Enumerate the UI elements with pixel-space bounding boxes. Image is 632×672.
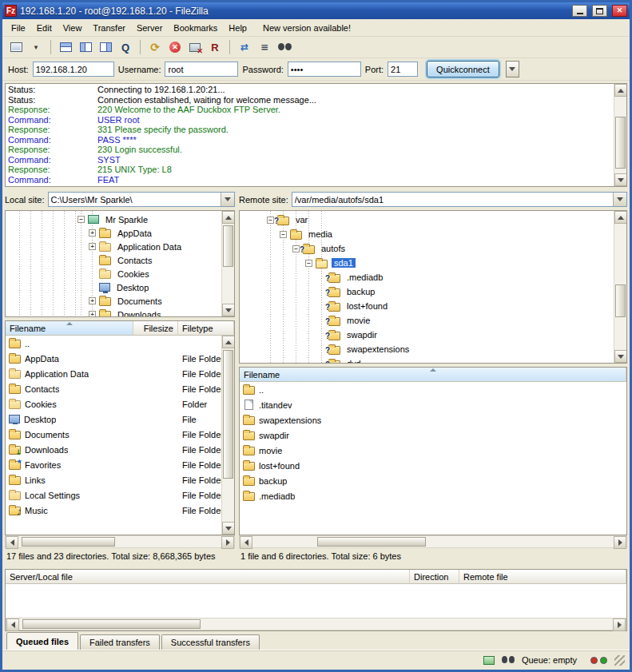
expand-icon[interactable]: + [89, 297, 96, 304]
file-row-local-settings[interactable]: Local SettingsFile Folder [6, 487, 221, 503]
file-row-favorites[interactable]: FavoritesFile Folder [6, 457, 221, 472]
scrollbar-thumb[interactable] [22, 537, 115, 547]
host-input[interactable] [33, 62, 114, 77]
tree-item-sda1[interactable]: −sda1 [240, 256, 614, 270]
scrollbar-track[interactable] [222, 348, 234, 522]
tree-item-mediadb[interactable]: ?.mediadb [240, 270, 614, 284]
message-log[interactable]: Status:Connecting to 192.168.1.20:21...S… [5, 83, 627, 187]
toggle-remote-tree-button[interactable] [96, 38, 115, 56]
queue-column-remote-file[interactable]: Remote file [459, 570, 626, 584]
scrollbar-track[interactable] [614, 224, 626, 350]
scroll-left-button[interactable] [6, 536, 18, 549]
tree-item-swapdir[interactable]: ?swapdir [240, 328, 614, 342]
scroll-down-button[interactable] [222, 522, 234, 535]
tree-item-downloads[interactable]: +Downloads [6, 308, 221, 317]
site-manager-dropdown-button[interactable]: ▾ [26, 38, 46, 56]
synchronized-browsing-button[interactable]: ≡ [255, 38, 274, 56]
tab-queued-files[interactable]: Queued files [6, 632, 78, 650]
close-button[interactable]: ✕ [612, 5, 627, 17]
file-row-swapextensions[interactable]: swapextensions [240, 412, 626, 427]
file-row-links[interactable]: LinksFile Folder [6, 472, 221, 487]
refresh-button[interactable]: ⟳ [145, 38, 165, 56]
remote-list-rows[interactable]: ...titandevswapextensionsswapdirmovielos… [240, 382, 626, 535]
quickconnect-button[interactable]: Quickconnect [427, 61, 499, 78]
local-list-scrollbar[interactable] [221, 336, 234, 535]
local-list-rows[interactable]: ..AppDataFile FolderApplication DataFile… [6, 336, 234, 535]
scroll-down-button[interactable] [222, 304, 235, 316]
tab-successful-transfers[interactable]: Successful transfers [161, 634, 260, 650]
local-tree[interactable]: −Mr Sparkle+AppData+Application DataCont… [5, 210, 235, 317]
tree-item-cookies[interactable]: Cookies [6, 267, 221, 280]
local-site-input[interactable] [49, 193, 221, 206]
scroll-right-button[interactable] [221, 536, 234, 549]
menu-view[interactable]: View [58, 21, 88, 35]
toggle-filters-button[interactable]: Q [116, 38, 135, 56]
remote-tree[interactable]: −?var−media−?autofs−sda1?.mediadb?backup… [239, 210, 627, 364]
menu-transfer[interactable]: Transfer [87, 21, 131, 35]
file-row-documents[interactable]: DocumentsFile Folder [6, 427, 221, 442]
collapse-icon[interactable]: − [280, 231, 287, 238]
scrollbar-thumb[interactable] [615, 284, 626, 317]
find-files-button[interactable] [275, 38, 294, 56]
file-row-backup[interactable]: backup [240, 473, 626, 488]
file-row-downloads[interactable]: DownloadsFile Folder [6, 442, 221, 457]
menu-help[interactable]: Help [223, 21, 252, 35]
title-bar[interactable]: Fz 192.168.1.20 - root@192.168.1.20 - Fi… [2, 2, 630, 19]
local-site-dropdown-button[interactable] [221, 193, 234, 206]
resize-grip[interactable] [614, 655, 625, 666]
file-row-appdata[interactable]: AppDataFile Folder [6, 351, 221, 366]
queue-column-direction[interactable]: Direction [410, 570, 459, 584]
file-row-lost-found[interactable]: lost+found [240, 458, 626, 473]
file-row-swapdir[interactable]: swapdir [240, 427, 626, 443]
scroll-right-button[interactable] [613, 618, 626, 631]
scroll-up-button[interactable] [614, 211, 627, 224]
column-header-filename[interactable]: Filename [240, 368, 626, 382]
maximize-button[interactable] [592, 5, 607, 17]
tree-item-var[interactable]: −?var [240, 213, 614, 227]
toggle-local-tree-button[interactable] [76, 38, 95, 56]
expand-icon[interactable]: + [89, 311, 96, 317]
minimize-button[interactable] [572, 5, 587, 17]
tree-item-dvd[interactable]: ?dvd [240, 356, 614, 364]
file-row-desktop[interactable]: DesktopFile [6, 412, 221, 427]
scroll-down-button[interactable] [614, 350, 627, 363]
tree-item-documents[interactable]: +Documents [6, 294, 221, 308]
cancel-button[interactable]: ✕ [165, 38, 185, 56]
password-input[interactable] [288, 62, 361, 77]
file-row-application-data[interactable]: Application DataFile Folder [6, 366, 221, 381]
scrollbar-track[interactable] [18, 536, 221, 547]
collapse-icon[interactable]: − [292, 245, 300, 252]
menu-bookmarks[interactable]: Bookmarks [168, 21, 223, 35]
file-row-item[interactable]: .. [240, 382, 626, 397]
scroll-left-button[interactable] [240, 536, 252, 549]
collapse-icon[interactable]: − [78, 216, 85, 223]
local-site-combobox[interactable] [48, 192, 235, 207]
remote-site-input[interactable] [292, 193, 613, 206]
tab-failed-transfers[interactable]: Failed transfers [80, 634, 160, 650]
tree-item-application-data[interactable]: +Application Data [6, 240, 221, 253]
collapse-icon[interactable]: − [267, 217, 274, 224]
tree-item-mr-sparkle[interactable]: −Mr Sparkle [6, 213, 221, 226]
remote-tree-scrollbar[interactable] [614, 211, 626, 363]
collapse-icon[interactable]: − [305, 260, 312, 267]
local-tree-scrollbar[interactable] [221, 211, 234, 316]
log-scrollbar[interactable] [614, 84, 626, 186]
scrollbar-track[interactable] [19, 618, 613, 630]
queue-body[interactable] [6, 584, 626, 618]
file-row-titandev[interactable]: .titandev [240, 397, 626, 412]
tree-item-movie[interactable]: ?movie [240, 313, 614, 328]
file-row-cookies[interactable]: CookiesFolder [6, 396, 221, 412]
directory-comparison-button[interactable]: ⇄ [235, 38, 254, 56]
site-manager-button[interactable] [6, 38, 26, 56]
queue-horizontal-scrollbar[interactable] [6, 618, 626, 630]
toggle-message-log-button[interactable] [56, 38, 75, 56]
file-row-mediadb[interactable]: .mediadb [240, 488, 626, 503]
scroll-down-button[interactable] [614, 173, 627, 186]
file-row-music[interactable]: MusicFile Folder [6, 503, 221, 518]
tree-item-appdata[interactable]: +AppData [6, 226, 221, 240]
file-row-movie[interactable]: movie [240, 443, 626, 458]
scrollbar-thumb[interactable] [223, 225, 233, 267]
menu-file[interactable]: File [6, 21, 31, 35]
tree-item-swapextensions[interactable]: ?swapextensions [240, 342, 614, 356]
expand-icon[interactable]: + [89, 243, 96, 250]
